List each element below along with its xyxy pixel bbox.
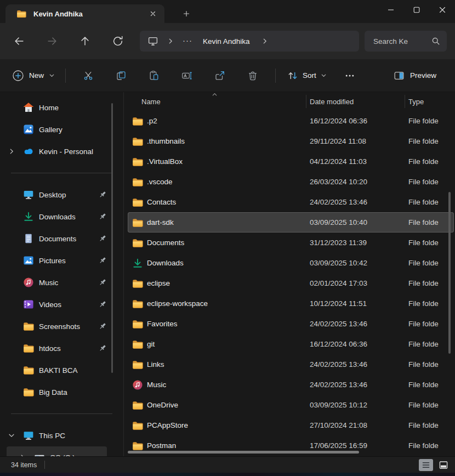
preview-button[interactable]: Preview (389, 65, 441, 86)
file-row-eclipse-workspace[interactable]: eclipse-workspace 10/12/2024 11:51 File … (128, 293, 454, 314)
search-icon[interactable] (431, 37, 440, 46)
sidebar-item-os-c[interactable]: OS (C:) (7, 446, 107, 456)
sidebar-item-kevin-personal[interactable]: Kevin - Personal (0, 140, 123, 162)
column-header-date-modified[interactable]: Date modified (306, 98, 405, 106)
column-divider[interactable] (306, 95, 306, 108)
file-row-thumbnails[interactable]: .thumbnails 29/11/2024 11:08 File folde (128, 131, 454, 151)
sidebar-item-gallery[interactable]: Gallery (0, 118, 123, 140)
content-view-button[interactable] (436, 459, 451, 471)
breadcrumb-this-pc[interactable] (147, 36, 158, 47)
file-type: File folde (405, 117, 454, 125)
file-date-modified: 17/06/2025 16:59 (306, 441, 405, 450)
close-icon (149, 9, 157, 18)
file-name: Links (147, 360, 164, 369)
column-divider[interactable] (405, 95, 405, 108)
forward-arrow-icon (46, 35, 58, 47)
sidebar-item-videos[interactable]: Videos (0, 293, 123, 315)
sidebar-item-pictures[interactable]: Pictures (0, 250, 123, 271)
sidebar-item-music[interactable]: Music (0, 271, 123, 293)
file-row-p2[interactable]: .p2 16/12/2024 06:36 File folde (128, 111, 454, 131)
file-name: Documents (147, 239, 184, 247)
file-name: .thumbnails (147, 137, 185, 145)
file-row-git[interactable]: git 16/12/2024 06:36 File folde (128, 334, 454, 354)
pin-icon-wrap (98, 300, 107, 309)
pictures-icon (23, 255, 34, 266)
sidebar-item-home[interactable]: Home (0, 97, 123, 118)
file-date-modified: 02/01/2024 17:03 (306, 279, 405, 287)
share-button[interactable] (208, 65, 232, 86)
copy-button[interactable] (109, 65, 133, 86)
new-tab-button[interactable] (179, 7, 194, 21)
pin-icon (98, 322, 107, 331)
new-button[interactable]: New (8, 65, 59, 86)
file-name: Favorites (147, 320, 178, 328)
rename-button[interactable] (175, 65, 199, 86)
explorer-tab[interactable]: Kevin Andhika (5, 4, 164, 23)
pin-icon-wrap (98, 344, 107, 353)
file-name: eclipse-workspace (147, 299, 208, 308)
file-name: eclipse (147, 279, 170, 287)
sidebar-item-bakti-bca[interactable]: BAKTI BCA (0, 359, 123, 381)
breadcrumb[interactable]: ··· Kevin Andhika (140, 31, 359, 52)
close-window-button[interactable] (429, 0, 455, 20)
delete-button[interactable] (241, 65, 265, 86)
file-row-contacts[interactable]: Contacts 24/02/2025 13:46 File folde (128, 192, 454, 212)
file-name: Downloads (147, 259, 184, 267)
refresh-button[interactable] (107, 31, 129, 51)
sidebar-item-documents[interactable]: Documents (0, 228, 123, 250)
file-row-dart-sdk[interactable]: dart-sdk 03/09/2025 10:40 File folde (128, 212, 454, 233)
sidebar-item-label: OS (C:) (50, 454, 75, 457)
back-button[interactable] (8, 31, 30, 51)
file-row-documents[interactable]: Documents 31/12/2023 11:39 File folde (128, 233, 454, 253)
vertical-scrollbar[interactable] (448, 192, 451, 354)
column-header-type[interactable]: Type (405, 98, 455, 106)
file-row-onedrive[interactable]: OneDrive 03/09/2025 10:12 File folde (128, 395, 454, 415)
maximize-button[interactable] (403, 0, 429, 20)
folder-icon (132, 359, 143, 370)
search-box[interactable] (365, 31, 447, 52)
sidebar-item-big-data[interactable]: Big Data (0, 381, 123, 403)
file-row-favorites[interactable]: Favorites 24/02/2025 13:46 File folde (128, 314, 454, 334)
cut-button[interactable] (76, 65, 100, 86)
details-view-button[interactable] (419, 459, 433, 471)
drive-icon (34, 452, 45, 456)
sort-button[interactable]: Sort (283, 65, 331, 86)
sidebar-item-label: Kevin - Personal (39, 148, 93, 156)
file-row-music[interactable]: Music 24/02/2025 13:46 File folde (128, 375, 454, 395)
column-header-name[interactable]: Name (124, 98, 306, 106)
search-input[interactable] (372, 37, 431, 46)
document-icon (23, 233, 34, 244)
more-options-button[interactable] (339, 65, 361, 86)
file-date-modified: 03/09/2025 10:42 (306, 259, 405, 267)
this-pc-icon (147, 36, 158, 47)
file-row-links[interactable]: Links 24/02/2025 13:46 File folde (128, 354, 454, 375)
chevron-down-icon (49, 72, 55, 78)
file-row-virtualbox[interactable]: .VirtualBox 04/12/2024 11:03 File folde (128, 151, 454, 172)
minimize-button[interactable] (378, 0, 403, 20)
breadcrumb-ellipsis[interactable]: ··· (183, 36, 192, 45)
horizontal-scrollbar[interactable] (128, 451, 359, 454)
file-row-downloads[interactable]: Downloads 03/09/2025 10:42 File folde (128, 253, 454, 273)
breadcrumb-current[interactable]: Kevin Andhika (203, 37, 250, 46)
file-date-modified: 03/09/2025 10:12 (306, 401, 405, 409)
sidebar-item-desktop[interactable]: Desktop (0, 184, 123, 206)
sidebar-item-screenshots[interactable]: Screenshots (0, 315, 123, 337)
sidebar-item-htdocs[interactable]: htdocs (0, 337, 123, 359)
file-date-modified: 10/12/2024 11:51 (306, 299, 405, 308)
sidebar-item-this-pc[interactable]: This PC (0, 424, 123, 446)
file-row-pcappstore[interactable]: PCAppStore 27/10/2024 21:08 File folde (128, 415, 454, 435)
folder-icon (132, 319, 143, 330)
sidebar-scrollbar[interactable] (111, 103, 113, 373)
paste-button[interactable] (142, 65, 166, 86)
pin-icon (98, 234, 107, 243)
file-type: File folde (405, 421, 454, 429)
up-button[interactable] (74, 31, 96, 51)
sidebar-item-downloads[interactable]: Downloads (0, 206, 123, 228)
sidebar-item-label: BAKTI BCA (39, 366, 78, 375)
download-icon (23, 211, 34, 222)
file-row-eclipse[interactable]: eclipse 02/01/2024 17:03 File folde (128, 273, 454, 293)
tab-close-button[interactable] (146, 7, 160, 21)
forward-button[interactable] (41, 31, 63, 51)
chevron-right-icon[interactable] (261, 37, 269, 45)
file-row-vscode[interactable]: .vscode 26/03/2024 10:20 File folde (128, 172, 454, 192)
